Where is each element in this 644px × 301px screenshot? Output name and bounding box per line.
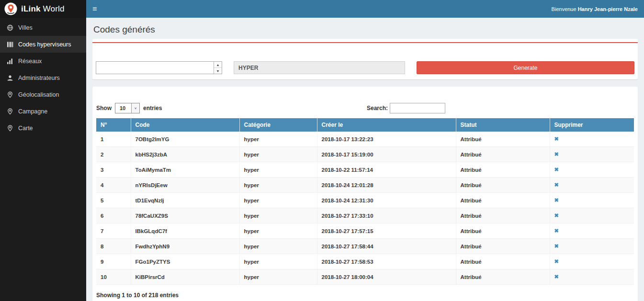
- sidebar-item-carte[interactable]: Carte: [0, 120, 86, 136]
- cell-creer-le: 2018-10-22 11:57:14: [317, 162, 456, 178]
- sidebar-item-geolocalisation[interactable]: Géolocalisation: [0, 86, 86, 103]
- cell-categorie: hyper: [239, 239, 317, 254]
- cell-numero: 1: [96, 132, 131, 147]
- cell-categorie: hyper: [239, 178, 317, 193]
- table-row: 1 7OBtg2lmYG hyper 2018-10-17 13:22:23 A…: [96, 132, 634, 147]
- sidebar-item-label: Codes hyperviseurs: [18, 41, 71, 48]
- column-header-numero[interactable]: N°: [96, 118, 131, 132]
- cell-creer-le: 2018-10-24 12:31:30: [317, 193, 456, 208]
- cell-supprimer: ✖: [550, 162, 634, 178]
- generate-button[interactable]: Generate: [417, 61, 634, 74]
- cell-code: FwdhzYphN9: [131, 239, 239, 254]
- sidebar-item-label: Administrateurs: [18, 75, 60, 81]
- cell-categorie: hyper: [239, 132, 317, 147]
- sidebar-item-codes-hyperviseurs[interactable]: Codes hyperviseurs: [0, 36, 86, 53]
- column-header-creer-le[interactable]: Créer le: [317, 118, 456, 132]
- delete-icon[interactable]: ✖: [554, 212, 559, 218]
- sidebar-item-campagne[interactable]: Campagne: [0, 103, 86, 120]
- cell-statut: Attribué: [456, 193, 550, 208]
- cell-statut: Attribué: [456, 223, 550, 239]
- table-row: 3 ToAiMymaTm hyper 2018-10-22 11:57:14 A…: [96, 162, 634, 178]
- cell-numero: 2: [96, 147, 131, 162]
- delete-icon[interactable]: ✖: [554, 136, 559, 142]
- delete-icon[interactable]: ✖: [554, 228, 559, 234]
- table-row: 10 KiBPirsrCd hyper 2018-10-27 18:00:04 …: [96, 269, 634, 285]
- cell-creer-le: 2018-10-27 17:58:44: [317, 239, 456, 254]
- cell-numero: 8: [96, 239, 131, 254]
- table-header: N° Code Catégorie Créer le Statut Suppri…: [96, 118, 634, 132]
- welcome-username: Hanry Jean-pierre Nzale: [578, 6, 638, 12]
- map-marker-icon: [7, 125, 13, 132]
- delete-icon[interactable]: ✖: [554, 243, 559, 249]
- cell-supprimer: ✖: [550, 147, 634, 162]
- cell-categorie: hyper: [239, 162, 317, 178]
- cell-statut: Attribué: [456, 239, 550, 254]
- brand[interactable]: iLink World: [0, 0, 86, 18]
- cell-numero: 10: [96, 269, 131, 285]
- cell-numero: 7: [96, 223, 131, 239]
- cell-statut: Attribué: [456, 254, 550, 269]
- cell-numero: 6: [96, 208, 131, 223]
- stepper-arrows-icon[interactable]: ▲▼: [214, 62, 222, 74]
- cell-categorie: hyper: [239, 254, 317, 269]
- table-row: 8 FwdhzYphN9 hyper 2018-10-27 17:58:44 A…: [96, 239, 634, 254]
- topbar: iLink World ≡ Bienvenue Hanry Jean-pierr…: [0, 0, 644, 18]
- delete-icon[interactable]: ✖: [554, 151, 559, 157]
- cell-code: FGo1PyZTYS: [131, 254, 239, 269]
- cell-categorie: hyper: [239, 223, 317, 239]
- cell-statut: Attribué: [456, 208, 550, 223]
- sidebar-item-administrateurs[interactable]: Administrateurs: [0, 69, 86, 86]
- quantity-stepper[interactable]: ▲▼: [96, 61, 222, 74]
- cell-code: 7OBtg2lmYG: [131, 132, 239, 147]
- table-row: 2 kbHS2j3zbA hyper 2018-10-17 15:19:00 A…: [96, 147, 634, 162]
- table-info: Showing 1 to 10 of 218 entries: [96, 292, 634, 299]
- delete-icon[interactable]: ✖: [554, 167, 559, 172]
- brand-title: iLink World: [21, 4, 65, 14]
- search-input[interactable]: [390, 103, 445, 113]
- cell-creer-le: 2018-10-24 12:01:28: [317, 178, 456, 193]
- column-header-statut[interactable]: Statut: [456, 118, 550, 132]
- cell-code: kbHS2j3zbA: [131, 147, 239, 162]
- cell-creer-le: 2018-10-27 17:58:53: [317, 254, 456, 269]
- delete-icon[interactable]: ✖: [554, 197, 559, 203]
- delete-icon[interactable]: ✖: [554, 182, 559, 188]
- sidebar-item-villes[interactable]: Villes: [0, 19, 86, 36]
- column-header-code[interactable]: Code: [131, 118, 239, 132]
- globe-icon: [7, 24, 13, 31]
- signal-bars-icon: [7, 58, 13, 65]
- user-icon: [7, 75, 13, 81]
- cell-supprimer: ✖: [550, 269, 634, 285]
- cell-numero: 5: [96, 193, 131, 208]
- cell-supprimer: ✖: [550, 132, 634, 147]
- quantity-input[interactable]: [96, 62, 214, 74]
- cell-statut: Attribué: [456, 269, 550, 285]
- cell-categorie: hyper: [239, 269, 317, 285]
- cell-code: ToAiMymaTm: [131, 162, 239, 178]
- cell-statut: Attribué: [456, 147, 550, 162]
- cell-statut: Attribué: [456, 178, 550, 193]
- search-control: Search:: [367, 103, 445, 113]
- delete-icon[interactable]: ✖: [554, 258, 559, 264]
- delete-icon[interactable]: ✖: [554, 274, 559, 279]
- page-title: Codes générés: [93, 24, 636, 35]
- sidebar-item-reseaux[interactable]: Réseaux: [0, 53, 86, 69]
- sidebar-menu: Villes Codes hyperviseurs Réseaux: [0, 19, 86, 136]
- hamburger-menu-icon[interactable]: ≡: [92, 5, 97, 13]
- show-label: Show: [96, 105, 112, 111]
- generate-panel: ▲▼ Generate: [92, 39, 638, 79]
- generate-form: ▲▼ Generate: [92, 43, 638, 79]
- sidebar: Villes Codes hyperviseurs Réseaux: [0, 18, 86, 301]
- cell-code: KiBPirsrCd: [131, 269, 239, 285]
- column-header-categorie[interactable]: Catégorie: [239, 118, 317, 132]
- column-header-supprimer[interactable]: Supprimer: [550, 118, 634, 132]
- cell-supprimer: ✖: [550, 193, 634, 208]
- cell-code: tD1EvqNzIj: [131, 193, 239, 208]
- page-length-select[interactable]: 10 ˅: [115, 103, 140, 113]
- brand-light: World: [41, 4, 65, 13]
- cell-creer-le: 2018-10-27 17:57:15: [317, 223, 456, 239]
- cell-creer-le: 2018-10-17 15:19:00: [317, 147, 456, 162]
- table-controls: Show 10 ˅ entries Search:: [96, 103, 634, 113]
- codes-table: N° Code Catégorie Créer le Statut Suppri…: [96, 118, 634, 285]
- map-marker-icon: [7, 108, 13, 115]
- sidebar-item-label: Géolocalisation: [18, 91, 59, 98]
